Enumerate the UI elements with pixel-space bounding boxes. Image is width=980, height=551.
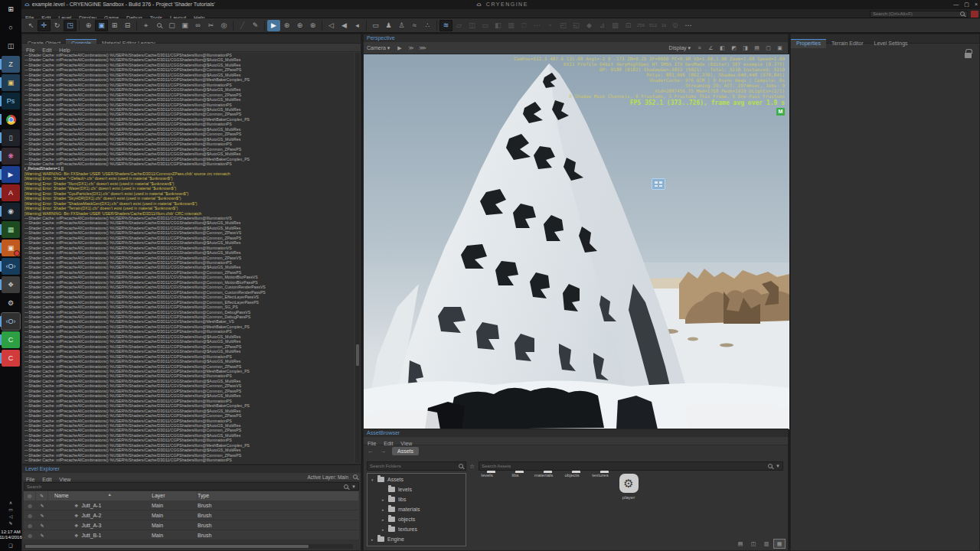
column-name[interactable]: Name▲ [48,491,152,500]
visibility-icon[interactable]: ◎ [24,513,36,518]
link-tool[interactable]: ∞ [191,20,204,31]
entity-tool[interactable]: ⊙ [668,20,681,31]
app-adobe[interactable]: A [2,184,20,201]
asset-thumbnail[interactable]: ⚙ textures [587,473,613,478]
menu-item[interactable]: View [55,475,74,484]
visibility-column-icon[interactable]: ◎ [24,491,36,500]
measure-tool[interactable]: ╱ [236,20,249,31]
visibility-icon[interactable]: ◎ [24,533,36,538]
notification-center-icon[interactable]: ❑ [8,543,12,549]
properties-tab[interactable]: Level Settings [869,39,913,48]
cortana-button[interactable]: ○ [2,19,20,36]
minimize-button[interactable]: — [953,0,959,9]
edit-icon[interactable]: ✎ [36,513,48,518]
table-row[interactable]: ◎ ✎ ❖Jutt_A-1 Main Brush [24,500,359,510]
audio-solo-button[interactable]: ◂ [351,20,364,31]
display-option-icon[interactable]: ≡ [694,44,704,52]
separator[interactable] [233,21,234,31]
asset-search[interactable]: ▼ [479,461,783,471]
separator[interactable] [136,21,137,31]
move-tool[interactable]: ✛ [38,20,51,31]
search-icon[interactable] [353,474,358,479]
view-mode-button[interactable]: ▥ [761,540,772,548]
prefab-tool[interactable]: ◆ [583,20,596,31]
asset-thumbnail[interactable]: ⚙ player [616,473,642,500]
taskbar-clock[interactable]: 12:17 AM 11/14/2016 [0,530,22,540]
tray-icon[interactable]: ✎ [8,520,12,527]
terrain-more-tool[interactable]: ⋯ [531,20,544,31]
physics-step-button[interactable]: ⊛ [306,20,319,31]
terrain-flatten-tool[interactable]: ▭ [479,20,492,31]
separator[interactable] [264,21,265,31]
edit-column-icon[interactable]: ✎ [36,491,48,500]
tree-item[interactable]: ▸ materials [368,504,466,514]
tree-item[interactable]: ▸ textures [368,524,466,534]
snap-grid-tool[interactable]: ▣ [95,20,108,31]
camera-speed-icon[interactable]: ⋙ [417,44,427,52]
terrain-hole-tool[interactable]: □ [518,20,531,31]
tree-item[interactable]: ▸ objects [368,514,466,524]
menu-item[interactable]: File [22,475,38,484]
separator[interactable] [366,21,367,31]
table-row[interactable]: ◎ ✎ ❖Jutt_A-3 Main Brush [24,520,359,530]
asset-search-input[interactable] [482,464,768,468]
titlebar[interactable]: ‹O›example.level - CRYENGINE Sandbox - B… [21,0,980,9]
breadcrumb[interactable]: Assets [392,447,419,455]
properties-tab[interactable]: Properties [791,39,826,48]
physics-enable-button[interactable]: ⊛ [280,20,293,31]
display-option-icon[interactable]: ∠ [706,44,716,52]
display-option-icon[interactable]: ◩ [729,44,739,52]
share-tool[interactable]: ∴ [421,20,434,31]
table-row[interactable]: ◎ ✎ ❖Jutt_A-2 Main Brush [24,510,359,520]
snap-pivot-tool[interactable]: ⊕ [82,20,95,31]
camera-speed-icon[interactable]: ▶ [394,44,404,52]
play-game-button[interactable]: ▶ [267,20,280,31]
column-layer[interactable]: Layer [152,491,198,500]
entity-gizmo-icon[interactable] [652,178,665,190]
filter-icon[interactable]: ▼ [776,464,780,468]
audio-mute-button[interactable]: ◁ [325,20,338,31]
snap-angle-tool[interactable]: ⊟ [121,20,134,31]
menu-item[interactable]: Edit [380,439,397,448]
edit-icon[interactable]: ✎ [36,533,48,538]
app-files[interactable]: ❖ [2,276,20,293]
tree-item[interactable]: ▾ Assets [368,474,466,484]
menu-item[interactable]: View [397,439,416,448]
view-mode-button[interactable]: ◫ [748,540,759,548]
select-tool[interactable]: ↖ [24,20,38,31]
app-cryengine-sandbox[interactable]: ‹O› [2,313,20,330]
display-option-icon[interactable]: ▣ [775,44,785,52]
character-tool[interactable]: ♟ [382,20,395,31]
viewport-title[interactable]: Perspective [364,34,788,42]
tree-arrow-icon[interactable]: ▾ [371,478,377,482]
app-code-green[interactable]: C [2,331,20,348]
console-log[interactable]: —Shader Cache: mfPrecacheAllCombinations… [24,53,354,463]
table-row[interactable]: ◎ ✎ ❖Jutt_B-1 Main Brush [24,530,359,540]
display-menu[interactable]: Display ▾ [669,45,691,51]
slice-tool[interactable]: ⊿ [596,20,609,31]
column-type[interactable]: Type [198,491,359,500]
more-tools-button[interactable]: ⋯ [681,20,694,31]
tree-item[interactable]: ▸ Engine [368,534,466,544]
tree-item[interactable]: levels [368,484,466,494]
portal-tool[interactable]: ▭ [369,20,382,31]
viewport-render[interactable]: CamPos=512.3 487.6 131.08 Angl=-2 0 -173… [364,54,789,429]
notification-badge-icon[interactable] [971,11,978,18]
terrain-smooth-tool[interactable]: ◫ [466,20,479,31]
physics-pause-button[interactable]: ⊛ [293,20,306,31]
terrain-wave-tool[interactable]: ≈ [408,20,421,31]
asset-thumbnail[interactable]: ⚙ libs [502,473,528,478]
global-search-input[interactable] [873,11,960,16]
app-steam[interactable]: ◉ [2,203,20,220]
select-rect-tool[interactable]: ▢ [165,20,178,31]
tray-icon[interactable]: ▭ [8,507,13,514]
tray-icon[interactable]: ◁ [9,514,13,520]
global-search[interactable] [870,11,968,18]
asset-thumbnail[interactable]: ⚙ materials [531,473,557,478]
app-photoshop[interactable]: Ps [2,93,20,109]
app-movies[interactable]: ▶ [2,166,20,183]
start-button[interactable]: ⊞ [2,1,20,18]
zoom-tool[interactable] [152,20,165,31]
terrain-raise-tool[interactable]: ▱ [452,20,466,31]
mask-tool[interactable]: ▨ [609,20,622,31]
